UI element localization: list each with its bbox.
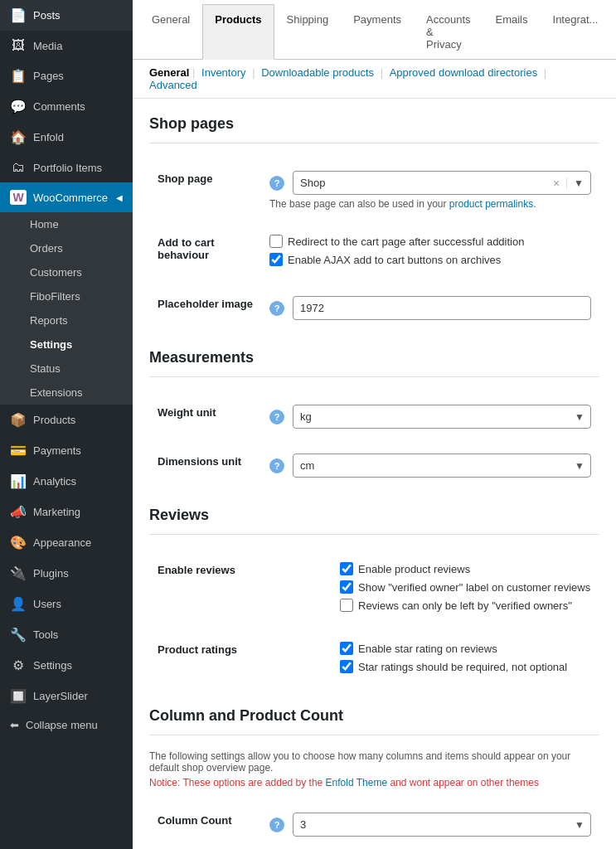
sidebar-item-payments[interactable]: 💳 Payments xyxy=(0,435,133,466)
payments-icon: 💳 xyxy=(10,443,27,458)
dimensions-unit-help-icon[interactable]: ? xyxy=(269,458,284,473)
measurements-heading: Measurements xyxy=(149,349,599,377)
submenu-customers[interactable]: Customers xyxy=(0,260,133,284)
measurements-table: Weight unit ? kg g lbs oz ▼ xyxy=(149,392,599,490)
sidebar-item-posts[interactable]: 📄 Posts xyxy=(0,0,133,31)
redirect-cart-label[interactable]: Redirect to the cart page after successf… xyxy=(288,235,524,248)
submenu-reports[interactable]: Reports xyxy=(0,308,133,332)
sidebar-item-label: Users xyxy=(33,598,61,610)
shop-page-help-icon[interactable]: ? xyxy=(269,176,284,191)
verified-owner-label-label[interactable]: Show "verified owner" label on customer … xyxy=(358,581,590,594)
sidebar-item-woocommerce[interactable]: W WooCommerce ◀ xyxy=(0,182,133,212)
submenu-fibofilters[interactable]: FiboFilters xyxy=(0,284,133,308)
enable-product-reviews-checkbox[interactable] xyxy=(340,562,353,575)
sidebar-item-marketing[interactable]: 📣 Marketing xyxy=(0,497,133,527)
tab-products[interactable]: Products xyxy=(202,4,274,60)
sidebar-item-tools[interactable]: 🔧 Tools xyxy=(0,619,133,650)
plugins-icon: 🔌 xyxy=(10,565,27,581)
sidebar-item-label: Enfold xyxy=(33,131,64,143)
tab-emails[interactable]: Emails xyxy=(483,4,541,59)
add-to-cart-label: Add to cart behaviour xyxy=(149,222,261,284)
sidebar-item-appearance[interactable]: 🎨 Appearance xyxy=(0,527,133,558)
sidebar-item-plugins[interactable]: 🔌 Plugins xyxy=(0,558,133,589)
collapse-menu[interactable]: ⬅ Collapse menu xyxy=(0,711,133,739)
column-count-label: Column Count xyxy=(149,800,261,849)
placeholder-image-help-icon[interactable]: ? xyxy=(269,301,284,316)
verified-owner-only-checkbox[interactable] xyxy=(340,599,353,612)
weight-unit-label: Weight unit xyxy=(149,392,261,441)
sidebar-item-enfold[interactable]: 🏠 Enfold xyxy=(0,122,133,153)
sidebar-item-media[interactable]: 🖼 Media xyxy=(0,31,133,61)
enfold-theme-link[interactable]: Enfold Theme xyxy=(326,777,388,788)
shop-page-select[interactable]: Shop × ▼ xyxy=(293,171,591,195)
sidebar-item-label: Posts xyxy=(33,9,61,22)
add-to-cart-checkbox1-row: Redirect to the cart page after successf… xyxy=(269,235,591,248)
product-ratings-row: Product ratings Enable star rating on re… xyxy=(149,629,599,691)
sidebar-item-settings[interactable]: ⚙ Settings xyxy=(0,650,133,681)
verified-owner-only-label[interactable]: Reviews can only be left by "verified ow… xyxy=(358,599,572,612)
appearance-icon: 🎨 xyxy=(10,535,27,551)
sidebar-item-users[interactable]: 👤 Users xyxy=(0,589,133,619)
tab-shipping[interactable]: Shipping xyxy=(274,4,342,59)
sidebar-item-layerslider[interactable]: 🔲 LayerSlider xyxy=(0,681,133,711)
tab-accounts-privacy[interactable]: Accounts & Privacy xyxy=(414,4,483,59)
sidebar-item-analytics[interactable]: 📊 Analytics xyxy=(0,466,133,497)
submenu-home[interactable]: Home xyxy=(0,212,133,236)
sidebar-item-label: LayerSlider xyxy=(33,690,88,702)
column-product-count-table: Column Count ? 1 2 3 4 5 6 xyxy=(149,800,599,849)
column-count-select-wrapper: 1 2 3 4 5 6 ▼ xyxy=(293,813,591,837)
dimensions-unit-select-wrapper: cm m mm in yd ▼ xyxy=(293,454,591,478)
sidebar-item-comments[interactable]: 💬 Comments xyxy=(0,91,133,122)
sidebar-item-products[interactable]: 📦 Products xyxy=(0,405,133,435)
enable-star-rating-label[interactable]: Enable star rating on reviews xyxy=(358,643,497,655)
subtab-approved[interactable]: Approved download directories xyxy=(390,66,538,79)
settings-tabs: General Products Shipping Payments Accou… xyxy=(133,0,616,60)
subtab-advanced[interactable]: Advanced xyxy=(149,79,197,91)
subtab-downloadable[interactable]: Downloadable products xyxy=(261,66,374,79)
sidebar-item-portfolio[interactable]: 🗂 Portfolio Items xyxy=(0,153,133,182)
submenu-orders[interactable]: Orders xyxy=(0,236,133,260)
ajax-add-to-cart-checkbox[interactable] xyxy=(269,253,283,266)
ajax-add-to-cart-label[interactable]: Enable AJAX add to cart buttons on archi… xyxy=(288,254,501,266)
tab-payments[interactable]: Payments xyxy=(341,4,414,59)
enable-reviews-checkbox2-row: Show "verified owner" label on customer … xyxy=(340,580,591,594)
tab-integration[interactable]: Integrat... xyxy=(541,4,611,59)
subtab-inventory[interactable]: Inventory xyxy=(201,66,245,79)
sidebar-item-pages[interactable]: 📋 Pages xyxy=(0,61,133,91)
enable-reviews-label: Enable reviews xyxy=(149,550,332,629)
shop-pages-table: Shop page ? Shop × ▼ The base page can a… xyxy=(149,158,599,332)
products-icon: 📦 xyxy=(10,412,27,428)
reviews-heading: Reviews xyxy=(149,507,599,535)
placeholder-image-input[interactable] xyxy=(293,296,591,320)
weight-unit-select[interactable]: kg g lbs oz xyxy=(293,405,591,429)
sidebar-item-label: Settings xyxy=(33,659,72,672)
shop-page-dropdown-button[interactable]: ▼ xyxy=(566,177,590,189)
shop-page-selected-value: Shop xyxy=(293,172,546,194)
tab-general[interactable]: General xyxy=(139,4,202,59)
media-icon: 🖼 xyxy=(10,38,27,53)
product-permalinks-link[interactable]: product permalinks xyxy=(449,198,533,210)
tools-icon: 🔧 xyxy=(10,627,27,643)
star-rating-required-label[interactable]: Star ratings should be required, not opt… xyxy=(358,661,567,673)
redirect-cart-checkbox[interactable] xyxy=(269,235,283,248)
submenu-status[interactable]: Status xyxy=(0,357,133,381)
submenu-settings[interactable]: Settings xyxy=(0,332,133,357)
enable-reviews-field: Enable product reviews Show "verified ow… xyxy=(332,550,599,629)
products-subtabs: General | Inventory | Downloadable produ… xyxy=(133,60,616,99)
enable-star-rating-checkbox[interactable] xyxy=(340,642,353,655)
column-count-select[interactable]: 1 2 3 4 5 6 xyxy=(293,813,591,837)
submenu-extensions[interactable]: Extensions xyxy=(0,381,133,405)
star-rating-required-checkbox[interactable] xyxy=(340,660,353,673)
shop-page-clear-button[interactable]: × xyxy=(546,177,566,190)
sidebar-item-label: Media xyxy=(33,40,62,52)
add-to-cart-row: Add to cart behaviour Redirect to the ca… xyxy=(149,222,599,284)
enable-product-reviews-label[interactable]: Enable product reviews xyxy=(358,563,470,575)
column-count-help-icon[interactable]: ? xyxy=(269,817,284,832)
shop-page-row: Shop page ? Shop × ▼ The base page can a… xyxy=(149,158,599,222)
sidebar-item-label: Comments xyxy=(33,100,85,113)
dimensions-unit-select[interactable]: cm m mm in yd xyxy=(293,454,591,478)
verified-owner-label-checkbox[interactable] xyxy=(340,580,353,594)
weight-unit-help-icon[interactable]: ? xyxy=(269,410,284,424)
shop-page-label: Shop page xyxy=(149,158,261,222)
product-ratings-label: Product ratings xyxy=(149,629,332,691)
